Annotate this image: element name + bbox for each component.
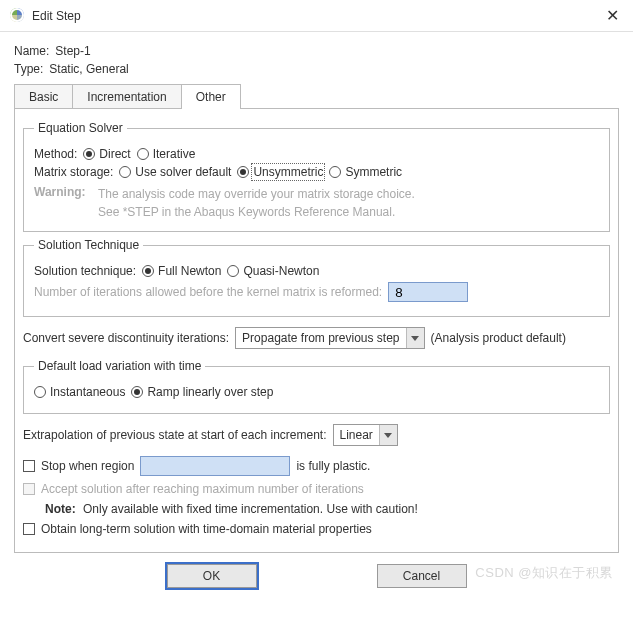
warning-label: Warning: [34,185,90,221]
radio-icon [83,148,95,160]
storage-unsymmetric-radio[interactable]: Unsymmetric [237,165,323,179]
radio-icon [131,386,143,398]
iterations-label: Number of iterations allowed before the … [34,285,382,299]
equation-solver-group: Equation Solver Method: Direct Iterative… [23,121,610,232]
tab-other[interactable]: Other [181,84,241,109]
obtain-longterm-checkbox[interactable] [23,523,35,535]
type-label: Type: [14,62,43,76]
close-icon[interactable]: ✕ [602,6,623,25]
storage-label: Matrix storage: [34,165,113,179]
convert-selected: Propagate from previous step [236,331,405,345]
equation-solver-legend: Equation Solver [34,121,127,135]
type-value: Static, General [49,62,128,76]
convert-label: Convert severe discontinuity iterations: [23,331,229,345]
chevron-down-icon [379,425,397,445]
cancel-button[interactable]: Cancel [377,564,467,588]
ok-button[interactable]: OK [167,564,257,588]
extrapolation-label: Extrapolation of previous state at start… [23,428,327,442]
obtain-longterm-label: Obtain long-term solution with time-doma… [41,522,372,536]
radio-icon [34,386,46,398]
radio-icon [227,265,239,277]
note-label: Note: [45,502,76,516]
method-label: Method: [34,147,77,161]
radio-icon [137,148,149,160]
radio-icon [119,166,131,178]
storage-symmetric-radio[interactable]: Symmetric [329,165,402,179]
warning-text: The analysis code may override your matr… [98,185,415,221]
name-value: Step-1 [55,44,90,58]
stop-region-input[interactable] [140,456,290,476]
convert-select[interactable]: Propagate from previous step [235,327,424,349]
load-variation-group: Default load variation with time Instant… [23,359,610,414]
chevron-down-icon [406,328,424,348]
instantaneous-radio[interactable]: Instantaneous [34,385,125,399]
tabs: Basic Incrementation Other [14,84,619,109]
stop-region-prefix: Stop when region [41,459,134,473]
window-title: Edit Step [32,9,81,23]
solution-technique-legend: Solution Technique [34,238,143,252]
quasi-newton-radio[interactable]: Quasi-Newton [227,264,319,278]
full-newton-radio[interactable]: Full Newton [142,264,221,278]
app-icon [10,8,26,24]
stop-region-checkbox[interactable] [23,460,35,472]
stop-region-suffix: is fully plastic. [296,459,370,473]
method-direct-radio[interactable]: Direct [83,147,130,161]
extrapolation-selected: Linear [334,428,379,442]
method-iterative-radio[interactable]: Iterative [137,147,196,161]
load-variation-legend: Default load variation with time [34,359,205,373]
technique-label: Solution technique: [34,264,136,278]
accept-max-iter-checkbox [23,483,35,495]
accept-max-iter-label: Accept solution after reaching maximum n… [41,482,364,496]
radio-icon [237,166,249,178]
name-label: Name: [14,44,49,58]
radio-icon [329,166,341,178]
radio-icon [142,265,154,277]
iterations-input[interactable] [388,282,468,302]
tab-basic[interactable]: Basic [14,84,73,109]
titlebar: Edit Step ✕ [0,0,633,32]
tab-incrementation[interactable]: Incrementation [72,84,181,109]
extrapolation-select[interactable]: Linear [333,424,398,446]
note-text: Only available with fixed time increment… [83,502,418,516]
tab-panel-other: Equation Solver Method: Direct Iterative… [14,108,619,553]
storage-default-radio[interactable]: Use solver default [119,165,231,179]
solution-technique-group: Solution Technique Solution technique: F… [23,238,610,317]
convert-suffix: (Analysis product default) [431,331,566,345]
ramp-radio[interactable]: Ramp linearly over step [131,385,273,399]
